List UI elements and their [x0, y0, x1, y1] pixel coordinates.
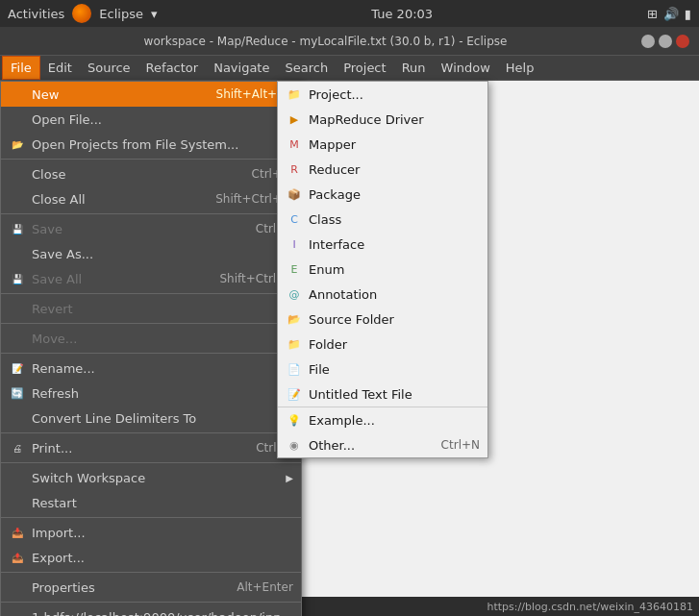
separator-7 [1, 462, 301, 463]
battery-icon: ▮ [685, 7, 691, 21]
close-menu-icon [9, 165, 26, 183]
menu-switch-workspace[interactable]: Switch Workspace ▶ [1, 465, 301, 490]
package-label: Package [309, 187, 480, 202]
other-icon: ◉ [286, 436, 303, 454]
close-all-icon [9, 190, 26, 208]
switch-workspace-arrow-icon: ▶ [286, 473, 293, 483]
new-mapreduce-driver[interactable]: ▶ MapReduce Driver [278, 107, 487, 132]
menu-refactor[interactable]: Refactor [138, 56, 207, 80]
text-file-icon: 📝 [286, 385, 303, 403]
save-all-icon: 💾 [9, 270, 26, 287]
close-button[interactable] [676, 35, 689, 48]
new-icon [9, 86, 26, 103]
annotation-label: Annotation [309, 287, 480, 302]
refresh-label: Refresh [32, 386, 260, 401]
menu-rename[interactable]: 📝 Rename... F2 [1, 356, 301, 381]
new-class[interactable]: C Class [278, 207, 487, 232]
menu-close[interactable]: Close Ctrl+W [1, 161, 301, 186]
save-label: Save [32, 222, 237, 236]
activities-button[interactable]: Activities [8, 7, 64, 21]
other-shortcut: Ctrl+N [441, 438, 480, 452]
new-other[interactable]: ◉ Other... Ctrl+N [278, 432, 487, 457]
new-enum[interactable]: E Enum [278, 257, 487, 282]
menu-close-all[interactable]: Close All Shift+Ctrl+W [1, 186, 301, 211]
example-icon: 💡 [286, 411, 303, 429]
menu-recent-1[interactable]: 1 hdfs://localhost:9000/user/hadoop/inp.… [1, 604, 301, 616]
dropdown-arrow-icon: ▾ [151, 7, 158, 21]
restart-label: Restart [32, 496, 293, 510]
menu-revert[interactable]: Revert [1, 296, 301, 321]
menu-export[interactable]: 📤 Export... [1, 545, 301, 570]
eclipse-menu-bar: File Edit Source Refactor Navigate Searc… [0, 56, 699, 81]
mapper-icon: M [286, 136, 303, 153]
menu-help[interactable]: Help [498, 56, 542, 80]
separator-3 [1, 293, 301, 294]
convert-line-label: Convert Line Delimiters To [32, 411, 286, 426]
interface-icon: I [286, 235, 303, 253]
revert-label: Revert [32, 302, 293, 316]
print-label: Print... [32, 441, 237, 456]
file-label: File [309, 362, 480, 377]
menu-print[interactable]: 🖨 Print... Ctrl+P [1, 435, 301, 460]
separator-6 [1, 432, 301, 433]
menu-open-file[interactable]: Open File... [1, 107, 301, 132]
source-folder-label: Source Folder [309, 312, 480, 327]
new-untitled-text-file[interactable]: 📝 Untitled Text File [278, 382, 487, 407]
move-label: Move... [32, 332, 293, 346]
menu-window[interactable]: Window [434, 56, 498, 80]
new-folder[interactable]: 📁 Folder [278, 332, 487, 357]
properties-shortcut: Alt+Enter [237, 580, 293, 594]
menu-edit[interactable]: Edit [40, 56, 80, 80]
menu-search[interactable]: Search [277, 56, 336, 80]
menu-file[interactable]: File [2, 56, 40, 80]
menu-project[interactable]: Project [336, 56, 393, 80]
close-all-label: Close All [32, 192, 196, 207]
new-interface[interactable]: I Interface [278, 232, 487, 257]
enum-label: Enum [309, 262, 480, 277]
new-source-folder[interactable]: 📂 Source Folder [278, 307, 487, 332]
menu-save-as[interactable]: Save As... [1, 241, 301, 266]
menu-import[interactable]: 📥 Import... [1, 520, 301, 545]
new-project[interactable]: 📁 Project... [278, 82, 487, 107]
mapreduce-driver-label: MapReduce Driver [309, 112, 480, 127]
menu-move[interactable]: Move... [1, 326, 301, 351]
restart-icon [9, 494, 26, 511]
import-icon: 📥 [9, 524, 26, 541]
menu-refresh[interactable]: 🔄 Refresh F5 [1, 381, 301, 406]
minimize-button[interactable] [641, 35, 655, 48]
new-file[interactable]: 📄 File [278, 357, 487, 382]
new-label: New [32, 87, 197, 102]
folder-label: Folder [309, 337, 480, 352]
menu-open-projects[interactable]: 📂 Open Projects from File System... [1, 132, 301, 157]
menu-restart[interactable]: Restart [1, 490, 301, 515]
separator-5 [1, 353, 301, 354]
maximize-button[interactable] [659, 35, 672, 48]
top-bar-left: Activities Eclipse ▾ [8, 4, 157, 23]
new-reducer[interactable]: R Reducer [278, 157, 487, 182]
menu-save[interactable]: 💾 Save Ctrl+S [1, 216, 301, 241]
separator-10 [1, 602, 301, 603]
new-package[interactable]: 📦 Package [278, 182, 487, 207]
rename-label: Rename... [32, 361, 260, 376]
recent-1-icon [9, 608, 26, 616]
separator-2 [1, 213, 301, 214]
separator-4 [1, 323, 301, 324]
new-example[interactable]: 💡 Example... [278, 407, 487, 432]
system-time: Tue 20:03 [371, 7, 433, 21]
menu-save-all[interactable]: 💾 Save All Shift+Ctrl+S [1, 266, 301, 291]
menu-properties[interactable]: Properties Alt+Enter [1, 575, 301, 600]
menu-new[interactable]: New Shift+Alt+N ▶ [1, 82, 301, 107]
project-icon: 📁 [286, 86, 303, 103]
reducer-icon: R [286, 160, 303, 178]
system-top-bar: Activities Eclipse ▾ Tue 20:03 ⊞ 🔊 ▮ [0, 0, 699, 27]
menu-navigate[interactable]: Navigate [206, 56, 277, 80]
eclipse-label[interactable]: Eclipse [99, 7, 143, 21]
menu-source[interactable]: Source [80, 56, 138, 80]
new-annotation[interactable]: @ Annotation [278, 282, 487, 307]
new-mapper[interactable]: M Mapper [278, 132, 487, 157]
eclipse-logo-icon [72, 4, 91, 23]
eclipse-title-bar: workspace - Map/Reduce - myLocalFile.txt… [0, 27, 699, 56]
menu-run[interactable]: Run [394, 56, 434, 80]
menu-convert-line[interactable]: Convert Line Delimiters To ▶ [1, 406, 301, 431]
print-icon: 🖨 [9, 439, 26, 456]
